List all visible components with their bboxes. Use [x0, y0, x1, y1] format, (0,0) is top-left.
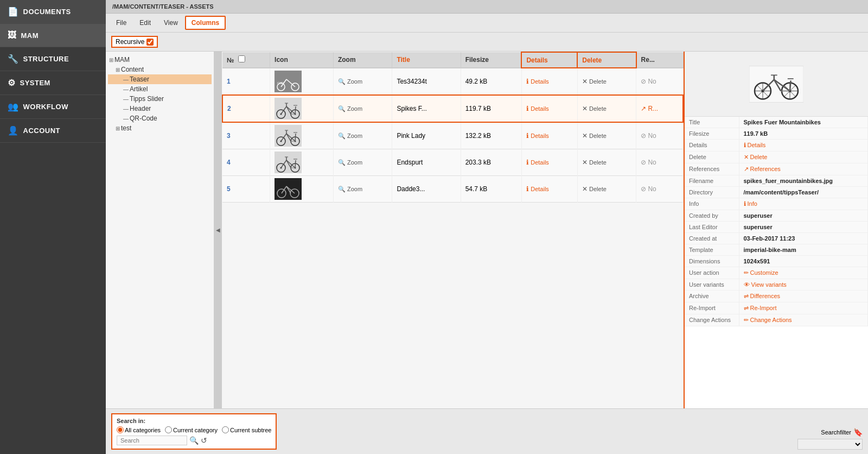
detail-variants-link[interactable]: View variants	[751, 281, 787, 288]
tree-node-artikel[interactable]: — Artikel	[108, 84, 212, 94]
cell-zoom[interactable]: 🔍 Zoom	[333, 95, 392, 122]
assets-table: № Icon Zoom Title Filesize Details Delet…	[222, 52, 684, 203]
cell-delete[interactable]: ✕ Delete	[577, 149, 636, 176]
cell-delete[interactable]: ✕ Delete	[577, 122, 636, 149]
sidebar-item-structure[interactable]: 🔧 STRUCTURE	[0, 47, 106, 71]
cell-delete[interactable]: ✕ Delete	[577, 68, 636, 95]
detail-info-link[interactable]: Info	[748, 200, 757, 207]
cell-details[interactable]: ℹ Details	[521, 68, 577, 95]
sidebar-label-mam: MAM	[21, 31, 39, 40]
select-all-checkbox[interactable]	[238, 55, 245, 62]
zoom-link[interactable]: 🔍 Zoom	[338, 105, 362, 112]
radio-current-category[interactable]: Current category	[165, 426, 218, 433]
table-row[interactable]: 3 🔍 ZoomPink Lady132.2 kBℹ Details✕ Dele…	[222, 122, 683, 149]
recursive-checkbox[interactable]	[146, 39, 154, 46]
radio-all-input[interactable]	[117, 426, 124, 433]
searchfilter-select[interactable]	[797, 439, 863, 450]
recursive-label[interactable]: Recursive	[111, 36, 158, 48]
menu-edit[interactable]: Edit	[133, 16, 157, 29]
tree-label-header: Header	[130, 105, 151, 112]
sidebar-item-mam[interactable]: 🖼 MAM	[0, 24, 106, 47]
radio-current-label: Current category	[173, 427, 218, 433]
cell-details[interactable]: ℹ Details	[521, 176, 577, 203]
tree-label-qrcode: QR-Code	[130, 115, 157, 122]
search-submit-icon[interactable]: 🔍	[189, 436, 199, 445]
radio-current-subtree[interactable]: Current subtree	[222, 426, 271, 433]
detail-info-table: Title Spikes Fuer Mountainbikes Filesize…	[685, 117, 868, 326]
detail-references-label: References	[685, 163, 739, 175]
cell-filesize: 119.7 kB	[461, 95, 521, 122]
details-link[interactable]: Details	[531, 186, 549, 192]
detail-delete-icon: ✕	[744, 154, 749, 160]
sidebar-item-workflow[interactable]: 👥 WORKFLOW	[0, 95, 106, 119]
delete-link[interactable]: Delete	[589, 78, 607, 85]
cell-thumb	[270, 176, 334, 203]
cell-details[interactable]: ℹ Details	[521, 95, 577, 122]
tree-node-tipps[interactable]: — Tipps Slider	[108, 94, 212, 104]
detail-title-label: Title	[685, 117, 739, 128]
cell-thumb	[270, 95, 334, 122]
collapse-handle[interactable]: ◀	[214, 52, 222, 408]
cell-delete[interactable]: ✕ Delete	[577, 176, 636, 203]
detail-references-link[interactable]: References	[750, 166, 781, 172]
sidebar-item-account[interactable]: 👤 ACCOUNT	[0, 119, 106, 143]
sidebar: 📄 DOCUMENTS 🖼 MAM 🔧 STRUCTURE ⚙ SYSTEM 👥…	[0, 0, 106, 454]
detail-uservariants-cell: 👁 View variants	[739, 279, 868, 291]
cell-title: Dadde3...	[392, 176, 461, 203]
radio-current-input[interactable]	[165, 426, 172, 433]
details-link[interactable]: Details	[531, 133, 549, 139]
zoom-link[interactable]: 🔍 Zoom	[338, 78, 362, 85]
tree-node-header[interactable]: — Header	[108, 104, 212, 114]
delete-link[interactable]: Delete	[589, 105, 607, 112]
table-row[interactable]: 4 🔍 ZoomEndspurt203.3 kBℹ Details✕ Delet…	[222, 149, 683, 176]
radio-subtree-input[interactable]	[222, 426, 229, 433]
table-row[interactable]: 1 CITY 🔍 ZoomTes34234t49.2 kBℹ Details✕ …	[222, 68, 683, 95]
menu-file[interactable]: File	[110, 16, 132, 29]
cell-details[interactable]: ℹ Details	[521, 149, 577, 176]
cell-zoom[interactable]: 🔍 Zoom	[333, 149, 392, 176]
search-input[interactable]	[117, 436, 187, 445]
tree-node-mam[interactable]: ⊞ MAM	[108, 55, 212, 65]
delete-link[interactable]: Delete	[589, 133, 607, 139]
col-zoom: Zoom	[333, 52, 392, 68]
table-row[interactable]: 2 🔍 ZoomSpikes F...119.7 kBℹ Details✕ De…	[222, 95, 683, 122]
tree-node-teaser[interactable]: — Teaser	[108, 74, 212, 84]
detail-customize-link[interactable]: Customize	[750, 269, 778, 276]
cell-zoom[interactable]: 🔍 Zoom	[333, 68, 392, 95]
details-link[interactable]: Details	[531, 105, 549, 112]
detail-info-cell: ℹ Info	[739, 198, 868, 210]
detail-customize-icon: ✏	[744, 269, 749, 276]
detail-delete-link[interactable]: Delete	[750, 154, 768, 160]
menu-view[interactable]: View	[158, 16, 184, 29]
cell-zoom[interactable]: 🔍 Zoom	[333, 176, 392, 203]
zoom-link[interactable]: 🔍 Zoom	[338, 186, 362, 192]
search-refresh-icon[interactable]: ↺	[201, 436, 207, 445]
tree-node-qrcode[interactable]: — QR-Code	[108, 114, 212, 123]
cell-title: Pink Lady	[392, 122, 461, 149]
delete-link[interactable]: Delete	[589, 186, 607, 192]
menu-columns[interactable]: Columns	[185, 16, 226, 30]
detail-details-label: Details	[685, 140, 739, 152]
detail-reimport-link[interactable]: Re-Import	[750, 305, 777, 311]
sidebar-item-documents[interactable]: 📄 DOCUMENTS	[0, 0, 106, 24]
sidebar-item-system[interactable]: ⚙ SYSTEM	[0, 71, 106, 95]
radio-all-categories[interactable]: All categories	[117, 426, 161, 433]
detail-info-label: Info	[685, 198, 739, 210]
table-row[interactable]: 5 🔍 ZoomDadde3...54.7 kBℹ Details✕ Delet…	[222, 176, 683, 203]
tree-node-content[interactable]: ⊞ Content	[108, 65, 212, 74]
zoom-link[interactable]: 🔍 Zoom	[338, 133, 362, 139]
details-link[interactable]: Details	[531, 78, 549, 85]
tree-node-test[interactable]: ⊞ test	[108, 123, 212, 133]
expand-icon-qrcode: —	[123, 116, 129, 122]
detail-differences-link[interactable]: Differences	[750, 293, 780, 299]
radio-all-label: All categories	[125, 427, 161, 433]
cell-delete[interactable]: ✕ Delete	[577, 95, 636, 122]
cell-zoom[interactable]: 🔍 Zoom	[333, 122, 392, 149]
details-link[interactable]: Details	[531, 159, 549, 166]
cell-details[interactable]: ℹ Details	[521, 122, 577, 149]
detail-details-link[interactable]: Details	[748, 142, 766, 148]
detail-changeactions-link[interactable]: Change Actions	[750, 317, 792, 323]
delete-link[interactable]: Delete	[589, 159, 607, 166]
zoom-link[interactable]: 🔍 Zoom	[338, 159, 362, 166]
detail-reimport-cell: ⇌ Re-Import	[739, 302, 868, 314]
